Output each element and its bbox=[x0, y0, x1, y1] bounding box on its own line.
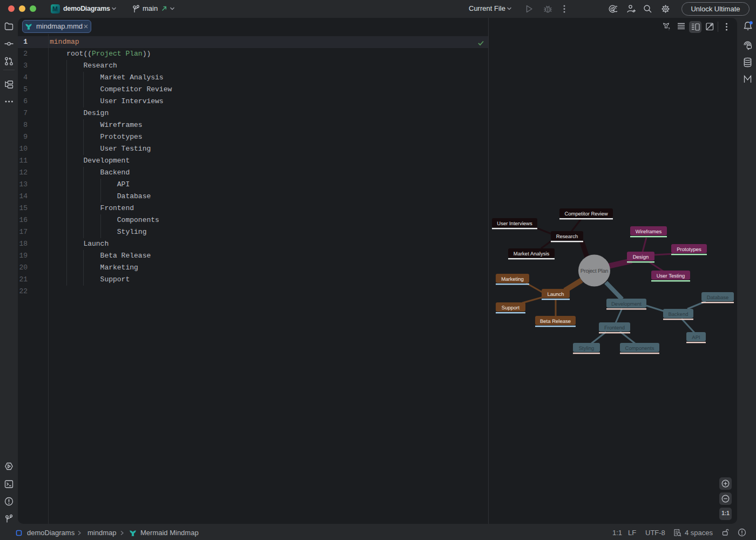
svg-text:Backend: Backend bbox=[669, 312, 688, 318]
svg-text:Design: Design bbox=[633, 254, 649, 260]
svg-text:Market Analysis: Market Analysis bbox=[514, 251, 550, 257]
svg-text:Database: Database bbox=[707, 295, 729, 301]
svg-text:Styling: Styling bbox=[579, 346, 595, 352]
svg-text:Support: Support bbox=[502, 305, 520, 311]
svg-text:Prototypes: Prototypes bbox=[677, 247, 701, 253]
svg-text:User Interviews: User Interviews bbox=[497, 221, 532, 227]
svg-text:Frontend: Frontend bbox=[604, 325, 625, 331]
svg-text:Beta Release: Beta Release bbox=[540, 319, 571, 325]
svg-text:Launch: Launch bbox=[547, 292, 564, 298]
svg-text:Components: Components bbox=[625, 346, 654, 352]
svg-text:Competitor Review: Competitor Review bbox=[564, 211, 608, 217]
svg-text:Marketing: Marketing bbox=[501, 276, 524, 282]
svg-text:Research: Research bbox=[556, 234, 578, 240]
svg-text:Project Plan: Project Plan bbox=[580, 268, 608, 274]
svg-text:Wireframes: Wireframes bbox=[636, 229, 662, 235]
svg-text:User Testing: User Testing bbox=[657, 273, 685, 279]
svg-text:API: API bbox=[692, 335, 700, 341]
svg-text:Development: Development bbox=[611, 301, 642, 307]
